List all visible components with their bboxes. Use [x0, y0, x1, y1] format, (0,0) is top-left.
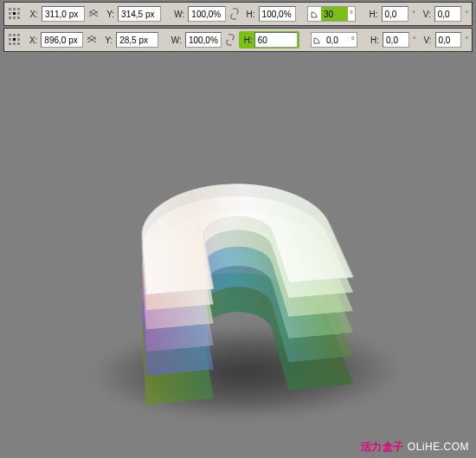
skew-h-input[interactable]: 0,0: [383, 32, 409, 48]
x-label: X:: [25, 35, 37, 45]
w-input[interactable]: 100,0%: [188, 6, 225, 22]
angle-icon: [308, 9, 321, 19]
x-input[interactable]: 311,0 px: [42, 6, 85, 22]
svg-rect-9: [9, 34, 11, 36]
y-input[interactable]: 28,5 px: [116, 32, 158, 48]
h-label: H:: [243, 10, 255, 19]
rotate-input-group[interactable]: 0,0 °: [311, 32, 357, 48]
degree-symbol: °: [412, 10, 415, 18]
degree-symbol: °: [465, 10, 468, 18]
aspect-link-icon[interactable]: [229, 8, 240, 20]
svg-rect-3: [9, 12, 11, 15]
watermark-domain: OLiHE.COM: [408, 441, 469, 453]
skew-h-label: H:: [367, 35, 379, 45]
svg-rect-5: [17, 12, 20, 15]
svg-rect-14: [17, 38, 20, 41]
svg-rect-7: [13, 16, 16, 19]
transform-options-bar-2: X: 896,0 px Y: 28,5 px W: 100,0% H: 60 0…: [3, 28, 473, 52]
h-label: H:: [241, 35, 253, 45]
rotate-value[interactable]: 30: [321, 7, 348, 21]
skew-v-label: V:: [419, 10, 431, 19]
aspect-link-icon[interactable]: [225, 34, 235, 46]
w-label: W:: [172, 10, 184, 19]
svg-rect-6: [9, 16, 11, 19]
y-input[interactable]: 314,5 px: [118, 6, 161, 22]
svg-rect-11: [17, 34, 20, 36]
watermark: 活力盒子 OLiHE.COM: [361, 440, 469, 455]
skew-v-input[interactable]: 0,0: [435, 32, 462, 48]
skew-v-label: V:: [420, 35, 432, 45]
y-label: Y:: [102, 10, 114, 19]
w-label: W:: [170, 35, 182, 45]
y-label: Y:: [100, 35, 113, 45]
transform-options-bar-1: X: 311,0 px Y: 314,5 px W: 100,0% H: 100…: [3, 2, 473, 26]
svg-rect-13: [13, 38, 16, 41]
rotate-input-group[interactable]: 30 °: [307, 6, 356, 22]
degree-symbol: °: [348, 10, 355, 19]
reference-point-icon[interactable]: [8, 5, 23, 23]
reference-point-icon[interactable]: [8, 31, 22, 48]
svg-rect-0: [9, 8, 11, 10]
x-label: X:: [26, 10, 38, 19]
svg-rect-8: [17, 16, 20, 19]
swap-xy-icon[interactable]: [87, 35, 97, 45]
skew-h-input[interactable]: 0,0: [382, 6, 409, 22]
svg-rect-1: [13, 8, 16, 10]
degree-symbol: °: [350, 35, 357, 45]
h-input[interactable]: 100,0%: [259, 6, 296, 22]
degree-symbol: °: [413, 35, 416, 44]
w-input[interactable]: 100,0%: [185, 32, 222, 48]
svg-rect-4: [13, 12, 16, 15]
angle-icon: [312, 35, 324, 45]
skew-h-label: H:: [366, 10, 378, 19]
svg-rect-12: [9, 38, 11, 41]
document-canvas: 活力盒子 OLiHE.COM: [0, 54, 476, 458]
glass-letter-artwork: [56, 100, 420, 429]
h-input-group-highlighted: H: 60: [239, 31, 299, 48]
svg-rect-16: [13, 42, 16, 45]
rotate-value[interactable]: 0,0: [324, 35, 350, 45]
svg-rect-15: [9, 42, 11, 45]
svg-rect-2: [17, 8, 20, 10]
degree-symbol: °: [465, 35, 468, 44]
watermark-brand: 活力盒子: [361, 441, 404, 453]
swap-xy-icon[interactable]: [88, 9, 99, 19]
x-input[interactable]: 896,0 px: [41, 32, 83, 48]
svg-rect-17: [17, 42, 20, 45]
skew-v-input[interactable]: 0,0: [434, 6, 462, 22]
h-input[interactable]: 60: [254, 32, 298, 48]
svg-rect-10: [13, 34, 16, 36]
